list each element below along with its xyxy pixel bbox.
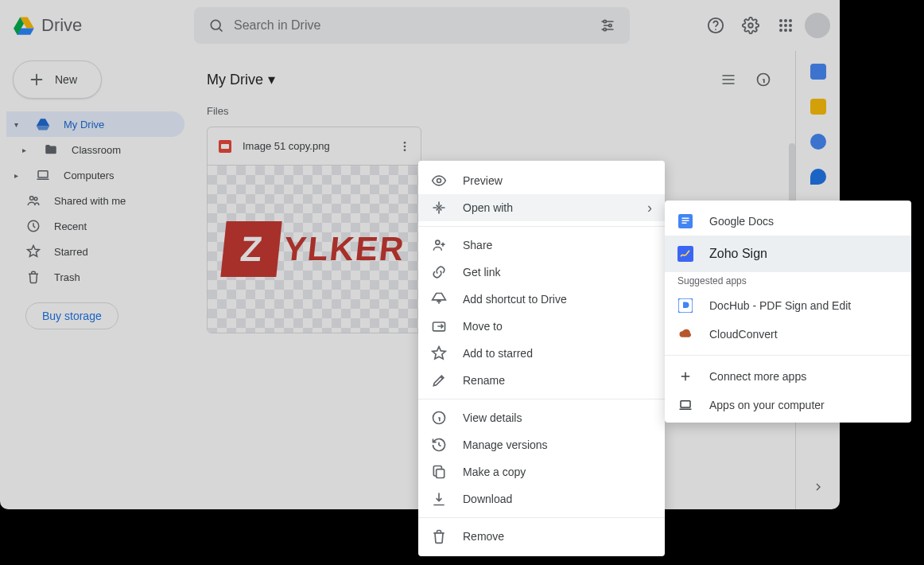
new-button-label: New (55, 73, 77, 86)
search-bar[interactable] (194, 7, 630, 44)
openwith-item-dochub[interactable]: DocHub - PDF Sign and Edit (665, 291, 911, 320)
sidebar-item-recent[interactable]: Recent (6, 213, 184, 239)
new-button[interactable]: New (13, 60, 102, 99)
trash-icon (25, 269, 41, 285)
breadcrumb-label: My Drive (207, 72, 263, 88)
breadcrumb[interactable]: My Drive ▾ (207, 71, 275, 88)
brand[interactable]: Drive (13, 14, 188, 37)
sidebar-item-trash[interactable]: Trash (6, 264, 184, 290)
openwith-item-label: Zoho Sign (709, 247, 767, 261)
buy-storage-button[interactable]: Buy storage (25, 302, 118, 329)
openwith-connect-more[interactable]: Connect more apps (665, 362, 911, 391)
eye-icon (431, 173, 447, 189)
file-context-menu: Preview Open with › Share Get link Add s… (418, 161, 665, 556)
open-icon (431, 200, 447, 216)
openwith-item-zohosign[interactable]: Zoho Sign (665, 236, 911, 272)
menu-item-getlink[interactable]: Get link (418, 259, 665, 286)
menu-item-label: Manage versions (463, 438, 548, 451)
sidebar-item-label: Classroom (72, 144, 121, 156)
svg-point-6 (715, 29, 716, 30)
svg-point-24 (404, 149, 406, 151)
laptop-icon (35, 167, 51, 183)
menu-item-details[interactable]: View details (418, 404, 665, 431)
sidebar-item-mydrive[interactable]: ▾ My Drive (6, 111, 184, 137)
details-pane-icon[interactable] (747, 64, 779, 95)
svg-point-3 (609, 24, 611, 26)
menu-separator (665, 355, 911, 356)
menu-item-label: Download (463, 493, 512, 505)
menu-item-share[interactable]: Share (418, 232, 665, 259)
dochub-icon (677, 298, 693, 314)
sidebar-item-starred[interactable]: Starred (6, 239, 184, 264)
file-card[interactable]: Image 51 copy.png Z YLKER (207, 127, 421, 333)
sidebar-item-classroom[interactable]: ▸ Classroom (6, 137, 184, 162)
svg-point-12 (784, 24, 787, 27)
tasks-addon-icon[interactable] (810, 134, 826, 150)
calendar-addon-icon[interactable] (810, 64, 826, 80)
file-card-header: Image 51 copy.png (208, 127, 421, 166)
menu-item-remove[interactable]: Remove (418, 523, 665, 550)
people-icon (25, 193, 41, 208)
search-options-icon[interactable] (592, 18, 623, 33)
openwith-item-label: DocHub - PDF Sign and Edit (709, 299, 851, 312)
header-actions (700, 10, 833, 41)
menu-item-label: Rename (463, 374, 505, 387)
menu-item-star[interactable]: Add to starred (418, 340, 665, 367)
info-icon (431, 410, 447, 426)
sidebar-item-computers[interactable]: ▸ Computers (6, 162, 184, 188)
menu-item-copy[interactable]: Make a copy (418, 458, 665, 485)
sidebar-item-label: Recent (54, 220, 87, 232)
openwith-item-label: CloudConvert (709, 328, 778, 341)
menu-item-shortcut[interactable]: Add shortcut to Drive (418, 286, 665, 313)
menu-item-openwith[interactable]: Open with › (418, 194, 665, 221)
drive-shortcut-icon (431, 291, 447, 307)
list-view-icon[interactable] (712, 64, 744, 95)
section-label: Files (207, 105, 779, 117)
help-icon[interactable] (700, 10, 732, 41)
svg-rect-29 (437, 470, 445, 478)
chevron-down-icon: ▾ (268, 71, 275, 88)
settings-gear-icon[interactable] (735, 10, 767, 41)
menu-item-download[interactable]: Download (418, 485, 665, 512)
move-icon (431, 318, 447, 334)
sidebar-item-label: My Drive (64, 119, 104, 131)
file-name: Image 51 copy.png (243, 140, 381, 152)
account-avatar[interactable] (805, 13, 830, 38)
collapse-panel-icon[interactable] (806, 474, 831, 500)
app-header: Drive (0, 0, 840, 51)
openwith-item-cloudconvert[interactable]: CloudConvert (665, 320, 911, 349)
search-input[interactable] (232, 18, 592, 33)
keep-addon-icon[interactable] (810, 99, 826, 115)
search-icon (200, 18, 232, 33)
sidebar-item-shared[interactable]: Shared with me (6, 188, 184, 213)
contacts-addon-icon[interactable] (810, 169, 826, 185)
sidebar-item-label: Starred (54, 246, 88, 258)
plus-icon (677, 368, 693, 384)
expand-icon: ▾ (14, 120, 22, 129)
nav-list: ▾ My Drive ▸ Classroom ▸ Computers Share… (6, 111, 184, 290)
menu-item-label: Preview (463, 174, 503, 187)
svg-point-13 (789, 24, 792, 27)
openwith-item-label: Connect more apps (709, 370, 806, 383)
openwith-item-docs[interactable]: Google Docs (665, 207, 911, 236)
menu-item-rename[interactable]: Rename (418, 367, 665, 394)
drive-logo-icon (13, 14, 35, 37)
file-more-actions-icon[interactable] (392, 134, 417, 159)
apps-grid-icon[interactable] (770, 10, 802, 41)
openwith-submenu: Google Docs Zoho Sign Suggested apps Doc… (665, 201, 911, 423)
copy-icon (431, 464, 447, 480)
chevron-right-icon: › (647, 200, 652, 216)
cloudconvert-icon (677, 326, 693, 342)
menu-item-moveto[interactable]: Move to (418, 313, 665, 340)
openwith-desktop-apps[interactable]: Apps on your computer (665, 391, 911, 419)
sidebar-item-label: Trash (54, 271, 80, 283)
expand-icon: ▸ (14, 171, 22, 180)
sidebar-item-label: Computers (64, 170, 115, 181)
menu-item-label: Remove (463, 530, 504, 543)
link-icon (431, 264, 447, 280)
svg-point-18 (30, 197, 34, 201)
svg-point-15 (784, 29, 787, 32)
menu-item-label: Add to starred (463, 347, 533, 360)
menu-item-versions[interactable]: Manage versions (418, 431, 665, 458)
menu-item-preview[interactable]: Preview (418, 167, 665, 194)
